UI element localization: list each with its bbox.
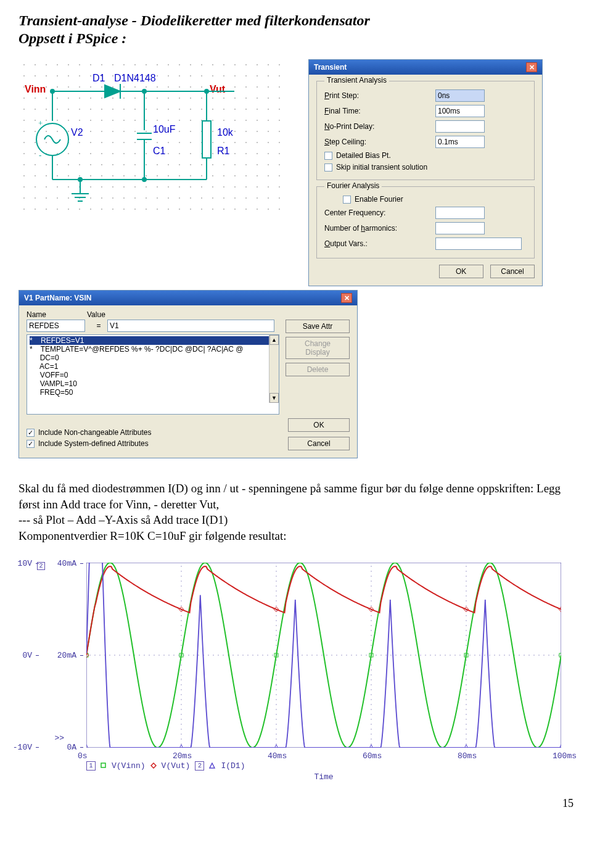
include-nonchangeable-checkbox[interactable] bbox=[27, 429, 35, 437]
svg-point-103 bbox=[371, 571, 371, 571]
svg-point-223 bbox=[321, 655, 322, 655]
fourier-analysis-group: Fourier Analysis Enable Fourier Center F… bbox=[316, 186, 535, 258]
svg-point-34 bbox=[181, 595, 181, 596]
detailed-bias-checkbox[interactable] bbox=[324, 152, 332, 160]
svg-point-162 bbox=[466, 679, 466, 680]
svg-text:-: - bbox=[39, 151, 41, 160]
ok-button[interactable]: OK bbox=[439, 265, 483, 278]
svg-point-41 bbox=[181, 630, 181, 630]
svg-point-89 bbox=[276, 684, 276, 685]
svg-point-150 bbox=[466, 620, 466, 621]
scroll-down-icon[interactable]: ▼ bbox=[269, 393, 279, 403]
svg-point-95 bbox=[276, 714, 276, 714]
close-icon[interactable]: ✕ bbox=[341, 293, 352, 303]
svg-point-165 bbox=[466, 694, 466, 695]
svg-point-153 bbox=[466, 635, 466, 635]
svg-point-102 bbox=[371, 566, 371, 566]
svg-point-106 bbox=[371, 585, 371, 586]
svg-point-132 bbox=[371, 714, 371, 714]
svg-point-85 bbox=[276, 664, 276, 665]
svg-point-261 bbox=[509, 655, 509, 655]
svg-point-180 bbox=[109, 655, 110, 655]
svg-point-32 bbox=[181, 585, 181, 586]
svg-point-133 bbox=[371, 719, 371, 719]
svg-point-243 bbox=[420, 655, 421, 655]
final-time-input[interactable] bbox=[435, 105, 485, 117]
noprint-input[interactable] bbox=[435, 120, 485, 133]
attr-value-input[interactable] bbox=[107, 320, 274, 332]
svg-point-24 bbox=[205, 89, 208, 93]
svg-point-137 bbox=[371, 738, 371, 739]
step-ceiling-input[interactable] bbox=[435, 136, 485, 148]
svg-point-86 bbox=[276, 669, 276, 670]
cancel-button[interactable]: Cancel bbox=[288, 437, 350, 450]
scrollbar[interactable]: ▲ ▼ bbox=[269, 335, 279, 403]
svg-point-269 bbox=[548, 655, 549, 655]
group-legend: Transient Analysis bbox=[324, 76, 389, 85]
svg-point-250 bbox=[454, 655, 455, 655]
y1-tick-label: 10V bbox=[18, 560, 32, 568]
close-icon[interactable]: ✕ bbox=[526, 62, 537, 72]
body-paragraph: Skal du få med diodestrømmen I(D) og inn… bbox=[18, 481, 574, 544]
print-step-input[interactable] bbox=[435, 89, 485, 102]
svg-point-264 bbox=[524, 655, 524, 655]
y1-tick-label: -10V bbox=[13, 743, 32, 751]
svg-point-146 bbox=[466, 600, 466, 601]
svg-point-241 bbox=[410, 655, 411, 655]
delete-button[interactable]: Delete bbox=[286, 363, 350, 376]
svg-point-246 bbox=[435, 655, 435, 655]
svg-point-40 bbox=[181, 625, 181, 626]
noprint-label: No-Print Delay: bbox=[324, 122, 435, 131]
enable-fourier-checkbox[interactable] bbox=[343, 196, 351, 204]
svg-point-197 bbox=[193, 655, 194, 655]
dialog-titlebar: Transient ✕ bbox=[309, 60, 542, 75]
harmonics-input[interactable] bbox=[435, 222, 485, 234]
name-header: Name bbox=[27, 310, 70, 319]
svg-point-148 bbox=[466, 610, 466, 611]
svg-point-110 bbox=[371, 605, 371, 606]
dialog-titlebar: V1 PartName: VSIN ✕ bbox=[19, 291, 357, 305]
skip-initial-label: Skip initial transient solution bbox=[336, 163, 427, 172]
svg-point-168 bbox=[466, 709, 466, 709]
svg-point-257 bbox=[489, 655, 490, 655]
skip-initial-checkbox[interactable] bbox=[324, 163, 332, 172]
svg-point-191 bbox=[163, 655, 164, 655]
change-display-button[interactable]: Change Display bbox=[286, 337, 350, 359]
svg-point-215 bbox=[282, 655, 282, 655]
output-vars-input[interactable] bbox=[435, 238, 522, 250]
scroll-up-icon[interactable]: ▲ bbox=[269, 335, 279, 345]
include-system-checkbox[interactable] bbox=[27, 440, 35, 448]
svg-point-105 bbox=[371, 581, 371, 581]
svg-point-108 bbox=[371, 595, 371, 596]
attr-name-input[interactable] bbox=[27, 320, 85, 332]
svg-point-124 bbox=[371, 674, 371, 675]
svg-point-163 bbox=[466, 684, 466, 685]
svg-point-60 bbox=[181, 724, 181, 724]
transient-analysis-group: Transient Analysis Print Step: Final Tim… bbox=[316, 81, 535, 180]
svg-point-62 bbox=[181, 734, 181, 734]
svg-point-234 bbox=[376, 655, 376, 655]
x-axis-title: Time bbox=[86, 772, 561, 782]
svg-point-161 bbox=[466, 674, 466, 675]
svg-point-227 bbox=[341, 655, 342, 655]
svg-point-184 bbox=[129, 655, 130, 655]
attributes-listbox[interactable]: * REFDES=V1* TEMPLATE=V^@REFDES %+ %- ?D… bbox=[27, 334, 279, 415]
svg-point-118 bbox=[371, 645, 371, 645]
svg-point-126 bbox=[371, 684, 371, 685]
svg-point-54 bbox=[181, 694, 181, 695]
save-attr-button[interactable]: Save Attr bbox=[286, 320, 350, 333]
legend-axis1-badge: 1 bbox=[86, 761, 96, 771]
final-time-label: Final Time: bbox=[324, 107, 435, 115]
y2-tick-label: 20mA bbox=[57, 651, 76, 659]
svg-point-266 bbox=[533, 655, 534, 655]
group-legend: Fourier Analysis bbox=[324, 181, 382, 190]
cancel-button[interactable]: Cancel bbox=[490, 265, 535, 278]
y2-tick-label: 0A bbox=[67, 743, 76, 751]
svg-point-260 bbox=[504, 655, 504, 655]
center-freq-input[interactable] bbox=[435, 207, 485, 219]
svg-point-115 bbox=[371, 630, 371, 630]
svg-point-38 bbox=[181, 615, 181, 616]
svg-point-68 bbox=[276, 581, 276, 581]
svg-point-50 bbox=[181, 674, 181, 675]
ok-button[interactable]: OK bbox=[288, 418, 350, 432]
